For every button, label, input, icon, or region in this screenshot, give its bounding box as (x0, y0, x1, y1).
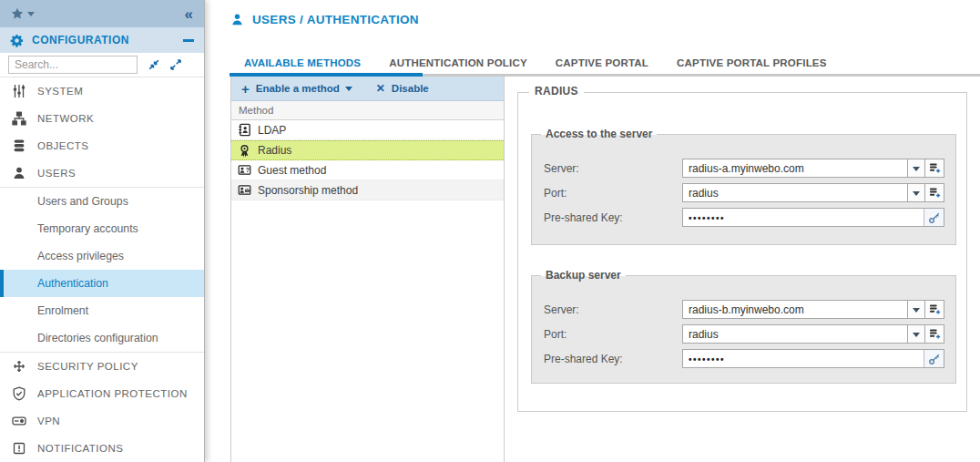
sidebar-item-application-protection[interactable]: APPLICATION PROTECTION (0, 380, 204, 407)
chevron-down-icon (913, 167, 920, 175)
psk-input[interactable] (683, 209, 924, 226)
sidebar-item-objects[interactable]: OBJECTS (0, 132, 204, 159)
sub-item-label: Users and Groups (37, 195, 128, 208)
method-label: Sponsorship method (258, 184, 358, 197)
sidebar-item-notifications[interactable]: NOTIFICATIONS (0, 435, 204, 462)
alert-icon (12, 441, 26, 456)
add-object-button[interactable] (925, 183, 944, 202)
method-label: LDAP (258, 124, 286, 137)
svg-text:?: ? (246, 167, 250, 173)
radius-panel-legend: RADIUS (529, 85, 584, 98)
backup-port-input[interactable] (682, 324, 907, 344)
method-row-guest[interactable]: ? Guest method (231, 160, 504, 180)
tab-strip-border (423, 74, 980, 77)
disable-method-button[interactable]: ✕ Disable (376, 83, 429, 94)
sub-item-label: Directories configuration (37, 332, 158, 344)
psk-label: Pre-shared Key: (544, 353, 682, 365)
sidebar-item-security-policy[interactable]: SECURITY POLICY (0, 353, 204, 380)
server-dropdown-button[interactable] (907, 300, 925, 319)
main-content: USERS / AUTHENTICATION AVAILABLE METHODS… (206, 0, 980, 462)
method-row-radius[interactable]: Radius (231, 140, 504, 160)
port-label: Port: (544, 187, 682, 200)
sidebar-item-temporary-accounts[interactable]: Temporary accounts (0, 215, 204, 242)
sliders-icon (12, 84, 26, 98)
close-icon: ✕ (376, 83, 385, 94)
sidebar-item-enrolment[interactable]: Enrolment (0, 297, 204, 324)
backup-server-group: Backup server Server: Port: (531, 275, 956, 384)
sidebar-item-vpn[interactable]: VPN (0, 407, 204, 435)
backup-server-input[interactable] (682, 300, 907, 319)
add-object-icon (929, 303, 941, 315)
key-icon (928, 353, 941, 365)
tab-authentication-policy[interactable]: AUTHENTICATION POLICY (389, 57, 527, 68)
generate-key-button[interactable] (924, 209, 944, 226)
sidebar-item-users[interactable]: USERS (0, 159, 204, 187)
tab-captive-portal[interactable]: CAPTIVE PORTAL (556, 57, 648, 68)
add-object-button[interactable] (925, 300, 944, 319)
shield-check-icon (12, 386, 26, 401)
generate-key-button[interactable] (924, 350, 944, 367)
server-input[interactable] (682, 159, 907, 178)
server-dropdown-button[interactable] (907, 159, 925, 178)
chevron-down-icon (913, 308, 920, 316)
psk-field-row: Pre-shared Key: (544, 349, 944, 368)
crossed-arrows-icon (12, 359, 26, 374)
tab-captive-portal-profiles[interactable]: CAPTIVE PORTAL PROFILES (677, 57, 827, 68)
port-field-row: Port: (544, 183, 944, 202)
chevron-down-icon (345, 87, 352, 95)
configuration-header[interactable]: CONFIGURATION (0, 27, 204, 53)
method-row-sponsorship[interactable]: Sponsorship method (231, 180, 504, 200)
psk-label: Pre-shared Key: (544, 211, 682, 224)
port-input[interactable] (682, 183, 907, 202)
add-object-icon (929, 187, 941, 199)
enable-method-button[interactable]: + Enable a method (241, 82, 352, 96)
configuration-label: CONFIGURATION (32, 34, 129, 46)
backup-psk-input[interactable] (683, 350, 924, 367)
sidebar-item-authentication[interactable]: Authentication (0, 270, 204, 297)
certificate-ribbon-icon (238, 144, 251, 158)
sidebar: « CONFIGURATION SYSTEM NETWORK OBJECTS U… (0, 0, 205, 462)
objects-icon (12, 139, 26, 153)
plus-icon: + (241, 82, 250, 96)
sidebar-item-directories-configuration[interactable]: Directories configuration (0, 324, 204, 352)
port-label: Port: (544, 328, 682, 341)
collapse-section-icon[interactable] (183, 39, 194, 42)
methods-toolbar: + Enable a method ✕ Disable (231, 77, 504, 101)
address-book-icon (238, 123, 251, 137)
user-icon (230, 13, 244, 26)
method-label: Guest method (258, 164, 326, 177)
expand-all-icon[interactable] (170, 59, 181, 70)
sidebar-item-label: USERS (37, 168, 76, 179)
sidebar-item-access-privileges[interactable]: Access privileges (0, 242, 204, 270)
sidebar-item-label: NOTIFICATIONS (37, 443, 123, 454)
tab-available-methods[interactable]: AVAILABLE METHODS (244, 57, 361, 68)
collapse-all-icon[interactable] (148, 59, 159, 70)
page-header: USERS / AUTHENTICATION (230, 13, 419, 26)
favorites-caret-icon[interactable] (27, 12, 35, 20)
sidebar-item-system[interactable]: SYSTEM (0, 77, 204, 105)
add-object-icon (929, 162, 941, 174)
add-object-button[interactable] (925, 159, 944, 178)
method-column-header: Method (231, 101, 504, 120)
backup-server-legend: Backup server (541, 269, 626, 282)
collapse-sidebar-icon[interactable]: « (185, 6, 193, 22)
sidebar-item-users-and-groups[interactable]: Users and Groups (0, 188, 204, 215)
favorites-star-icon[interactable] (11, 7, 24, 20)
sidebar-item-label: APPLICATION PROTECTION (37, 388, 188, 399)
method-row-ldap[interactable]: LDAP (231, 120, 504, 140)
sidebar-search-row (0, 53, 204, 77)
tab-bar: AVAILABLE METHODS AUTHENTICATION POLICY … (244, 54, 855, 72)
server-field-row: Server: (544, 159, 944, 178)
add-object-button[interactable] (925, 324, 944, 344)
port-dropdown-button[interactable] (907, 183, 925, 202)
port-dropdown-button[interactable] (907, 324, 925, 344)
guest-card-icon: ? (238, 163, 251, 177)
gear-icon (10, 34, 24, 47)
radius-settings-panel: RADIUS Access to the server Server: Port… (517, 92, 967, 412)
sponsorship-card-icon (238, 183, 251, 197)
sidebar-item-network[interactable]: NETWORK (0, 105, 204, 132)
search-input[interactable] (8, 56, 138, 74)
vpn-tunnel-icon (12, 414, 26, 428)
server-label: Server: (544, 303, 682, 316)
chevron-down-icon (913, 333, 920, 341)
